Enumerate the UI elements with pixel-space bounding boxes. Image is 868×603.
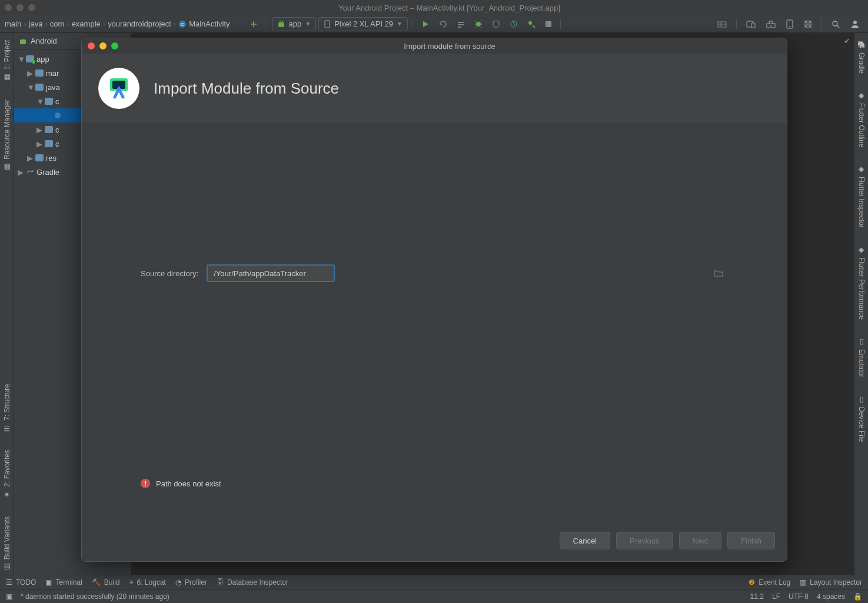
dialog-titlebar: Import module from source xyxy=(82,38,787,54)
module-label: app xyxy=(289,19,302,28)
svg-text:C: C xyxy=(181,22,184,27)
tool-emulator[interactable]: ▯Emulator xyxy=(856,334,867,381)
stop-button[interactable] xyxy=(541,17,556,31)
apply-changes-button[interactable] xyxy=(435,17,451,31)
tool-build-variants[interactable]: ▤Build Variants xyxy=(2,513,12,575)
database-icon: 🗄 xyxy=(217,578,224,587)
coverage-button[interactable] xyxy=(488,17,504,31)
gradle-icon: 🐘 xyxy=(857,40,866,49)
sync-gradle-button[interactable] xyxy=(245,17,262,31)
sdk-manager-button[interactable] xyxy=(763,17,779,31)
inspection-ok-icon: ✔ xyxy=(844,37,850,45)
svg-rect-8 xyxy=(458,26,461,28)
package-icon xyxy=(45,140,53,147)
tool-event-log[interactable]: ❷Event Log xyxy=(749,578,790,587)
device-manager-button[interactable] xyxy=(783,17,797,31)
tool-project[interactable]: ▦1: Project xyxy=(2,37,12,85)
android-icon xyxy=(277,20,285,28)
breadcrumb-pkg[interactable]: yourandroidproject xyxy=(108,19,171,28)
run-button[interactable] xyxy=(418,17,433,31)
device-dropdown[interactable]: Pixel 2 XL API 29 ▼ xyxy=(318,17,408,31)
tool-todo[interactable]: ☰TODO xyxy=(6,578,36,587)
line-separator[interactable]: LF xyxy=(772,592,780,601)
svg-point-9 xyxy=(476,22,481,26)
status-message: * daemon started successfully (20 minute… xyxy=(21,592,169,601)
todo-icon: ☰ xyxy=(6,578,12,587)
minimize-dot[interactable] xyxy=(16,4,24,11)
dialog-traffic-lights xyxy=(88,42,118,49)
dialog-title: Import module from source xyxy=(118,42,781,51)
tool-profiler[interactable]: ◔Profiler xyxy=(175,578,207,587)
caret-position[interactable]: 11:2 xyxy=(750,592,764,601)
folder-icon xyxy=(35,154,44,161)
breadcrumb: main› java› com› example› yourandroidpro… xyxy=(5,19,230,28)
svg-point-18 xyxy=(789,26,790,27)
zoom-dot[interactable] xyxy=(28,4,35,11)
status-bar: ▣ * daemon started successfully (20 minu… xyxy=(0,589,868,603)
hammer-icon: 🔨 xyxy=(92,578,101,587)
next-button[interactable]: Next xyxy=(679,532,722,549)
tool-structure[interactable]: ☰7: Structure xyxy=(2,380,12,436)
breadcrumb-java[interactable]: java xyxy=(29,19,43,28)
apply-code-changes-button[interactable] xyxy=(453,17,468,31)
source-dir-input[interactable] xyxy=(207,264,335,282)
window-titlebar: Your Android Project – MainActivity.kt [… xyxy=(0,0,868,15)
breadcrumb-file[interactable]: MainActivity xyxy=(189,19,230,28)
tool-favorites[interactable]: ★2: Favorites xyxy=(2,446,12,502)
svg-point-26 xyxy=(117,87,121,91)
package-icon xyxy=(45,126,53,133)
tool-gradle[interactable]: 🐘Gradle xyxy=(856,37,867,77)
dialog-close-dot[interactable] xyxy=(88,42,95,49)
dialog-minimize-dot[interactable] xyxy=(99,42,107,49)
tool-flutter-perf[interactable]: ◆Flutter Performance xyxy=(856,242,867,323)
variants-icon: ▤ xyxy=(3,563,11,571)
account-button[interactable] xyxy=(847,17,863,31)
svg-point-20 xyxy=(833,21,837,26)
tool-db-inspector[interactable]: 🗄Database Inspector xyxy=(217,578,288,587)
search-everywhere-button[interactable] xyxy=(828,17,843,31)
svg-rect-15 xyxy=(751,23,755,28)
file-encoding[interactable]: UTF-8 xyxy=(789,592,809,601)
right-gutter: 🐘Gradle ◆Flutter Outline ◆Flutter Inspec… xyxy=(854,33,868,575)
debug-button[interactable] xyxy=(471,17,486,31)
breadcrumb-example[interactable]: example xyxy=(72,19,101,28)
previous-button[interactable]: Previous xyxy=(616,532,673,549)
flutter-icon: ◆ xyxy=(857,91,866,100)
phone-icon xyxy=(324,20,331,28)
left-gutter: ▦1: Project ▦Resource Manager ☰7: Struct… xyxy=(0,33,14,575)
lock-icon[interactable]: 🔒 xyxy=(853,592,862,601)
tool-terminal[interactable]: ▣Terminal xyxy=(45,578,82,587)
tool-logcat[interactable]: ≡6: Logcat xyxy=(129,578,166,587)
import-module-dialog: Import module from source Import Module … xyxy=(81,38,787,562)
android-head-icon xyxy=(19,37,27,45)
warning-badge-icon: ❷ xyxy=(749,578,755,587)
cancel-button[interactable]: Cancel xyxy=(560,532,610,549)
finish-button[interactable]: Finish xyxy=(727,532,775,549)
dialog-zoom-dot[interactable] xyxy=(111,42,118,49)
status-icon[interactable]: ▣ xyxy=(6,592,12,601)
tool-flutter-inspector[interactable]: ◆Flutter Inspector xyxy=(856,161,867,231)
device-label: Pixel 2 XL API 29 xyxy=(334,19,393,28)
folder-icon xyxy=(35,69,44,77)
breadcrumb-main[interactable]: main xyxy=(5,19,21,28)
tool-resource-manager[interactable]: ▦Resource Manager xyxy=(2,96,12,175)
attach-debugger-button[interactable] xyxy=(524,17,539,31)
module-dropdown[interactable]: app ▼ xyxy=(272,17,317,31)
kotlin-file-icon: C xyxy=(178,20,187,28)
close-dot[interactable] xyxy=(5,4,12,11)
breadcrumb-com[interactable]: com xyxy=(50,19,65,28)
dialog-headline: Import Module from Source xyxy=(154,79,339,98)
profiler-button[interactable] xyxy=(506,17,521,31)
terminal-icon: ▣ xyxy=(45,578,52,587)
sidebar-title: Android xyxy=(31,37,57,45)
indent-config[interactable]: 4 spaces xyxy=(817,592,845,601)
tool-device-file[interactable]: ▯Device File xyxy=(856,392,867,445)
logcat-icon: ≡ xyxy=(129,578,134,587)
tool-flutter-outline[interactable]: ◆Flutter Outline xyxy=(856,88,867,151)
app-quality-button[interactable] xyxy=(800,17,816,31)
tool-build[interactable]: 🔨Build xyxy=(92,578,120,587)
vcs-button[interactable] xyxy=(714,17,730,31)
browse-folder-icon[interactable] xyxy=(714,269,723,277)
avd-manager-button[interactable] xyxy=(743,17,759,31)
tool-layout-inspector[interactable]: ▥Layout Inspector xyxy=(800,578,862,587)
